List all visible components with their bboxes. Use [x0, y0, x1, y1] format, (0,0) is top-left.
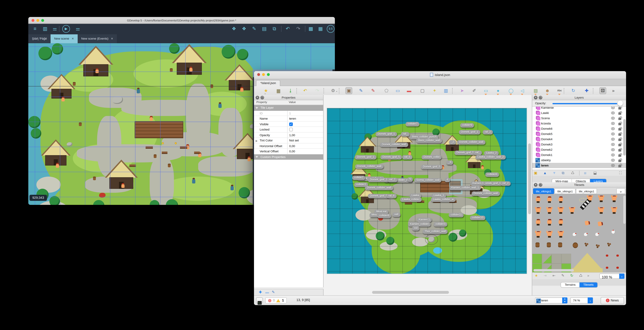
- export-file-icon[interactable]: ❖: [230, 25, 238, 32]
- visibility-eye-icon[interactable]: [611, 122, 615, 125]
- visibility-eye-icon[interactable]: [611, 159, 615, 162]
- terrain-brush-icon[interactable]: ✎: [358, 87, 364, 94]
- instances-list-icon[interactable]: ▤: [261, 25, 268, 32]
- edit-property-icon[interactable]: ✎: [272, 290, 275, 294]
- visibility-eye-icon[interactable]: [611, 106, 615, 109]
- unlocked-padlock-icon[interactable]: [618, 144, 621, 146]
- move-icon[interactable]: ✚: [583, 87, 590, 94]
- float-panel-icon[interactable]: ❐: [539, 96, 542, 99]
- property-value[interactable]: 0,00: [287, 143, 323, 148]
- layer-row-domek2[interactable]: Domek2: [532, 147, 626, 152]
- property-value[interactable]: 1,00: [287, 132, 323, 138]
- layer-row-domek5[interactable]: Domek5: [532, 131, 626, 137]
- new-tileset-icon[interactable]: ★: [535, 274, 538, 278]
- layer-row-teren[interactable]: teren: [532, 163, 626, 168]
- float-panel-icon[interactable]: ❐: [260, 96, 264, 99]
- map-horizontal-scrollbar[interactable]: [372, 291, 449, 294]
- viking-sprite[interactable]: [536, 196, 541, 203]
- scene-list-icon[interactable]: ▥: [42, 25, 48, 32]
- visibility-eye-icon[interactable]: [611, 154, 615, 156]
- unlocked-padlock-icon[interactable]: [618, 133, 621, 136]
- tileset-tab-2[interactable]: tile_vikings1: [576, 188, 597, 194]
- float-panel-icon[interactable]: ❐: [539, 183, 542, 187]
- visibility-eye-icon[interactable]: [611, 111, 615, 114]
- property-row-visible[interactable]: Visible✓: [254, 121, 323, 127]
- tileset-grid[interactable]: [532, 194, 626, 272]
- console-button[interactable]: >_: [256, 298, 263, 304]
- tileset-zoom-combo[interactable]: 100 %⌄: [600, 274, 624, 279]
- unlocked-padlock-icon[interactable]: [618, 149, 621, 152]
- map-view[interactable]: collider7collider9Domek_graf_1raf_Bees_c…: [324, 95, 532, 295]
- visibility-eye-icon[interactable]: [611, 143, 615, 146]
- layer-row-scena[interactable]: Scena: [532, 116, 626, 121]
- viking-fallen-sprite[interactable]: [583, 220, 590, 226]
- news-button[interactable]: !News: [600, 297, 624, 304]
- terrain-tile[interactable]: [542, 254, 552, 264]
- tiled-titlebar[interactable]: island.json: [254, 71, 626, 79]
- tileset-vertical-scrollbar[interactable]: [623, 196, 626, 224]
- chevron-down-icon[interactable]: ⌄: [588, 298, 593, 304]
- property-value[interactable]: 0,00: [287, 149, 323, 154]
- tile-select-icon[interactable]: ▭: [394, 87, 401, 94]
- opacity-slider[interactable]: [552, 103, 617, 104]
- toggle-other-layers-icon[interactable]: ⛶: [619, 171, 622, 175]
- undo-icon[interactable]: ↶: [284, 25, 291, 32]
- delete-layer-icon[interactable]: ♺: [571, 171, 574, 175]
- map-vertical-scrollbar[interactable]: [528, 143, 531, 214]
- expand-icon[interactable]: [256, 140, 258, 142]
- opacity-slider-knob[interactable]: [618, 101, 623, 106]
- viking-sprite[interactable]: [612, 207, 617, 214]
- layer-row-domek1[interactable]: Domek1: [532, 152, 626, 158]
- open-icon[interactable]: ▆: [275, 87, 282, 94]
- tileset-horizontal-scrollbar[interactable]: [534, 269, 574, 272]
- terrain-tile[interactable]: [561, 254, 571, 264]
- layers-file-icon[interactable]: ⧉: [271, 25, 278, 32]
- checkbox-checked-icon[interactable]: ✓: [289, 122, 293, 126]
- chevron-down-icon[interactable]: ⌄: [619, 274, 624, 279]
- magic-wand-icon[interactable]: ✦: [431, 87, 438, 94]
- rect-select-icon[interactable]: ▢: [419, 87, 426, 94]
- roof-tile[interactable]: [573, 253, 602, 269]
- property-value[interactable]: Not set: [287, 138, 323, 143]
- property-value[interactable]: teren: [287, 116, 323, 121]
- property-row-name[interactable]: Nameteren: [254, 116, 323, 121]
- barrel-side-sprite[interactable]: [573, 243, 578, 248]
- checkbox-unchecked-icon[interactable]: [289, 128, 293, 131]
- diagnostics-badge[interactable]: ! 0 1: [265, 298, 287, 304]
- property-row-opacity[interactable]: Opacity1,00: [254, 132, 323, 138]
- chevron-down-icon[interactable]: ⌄: [264, 92, 266, 95]
- collapse-icon[interactable]: [256, 156, 258, 158]
- barrel-sprite[interactable]: [547, 243, 551, 247]
- insert-text-icon[interactable]: Abc: [556, 87, 563, 94]
- tileset-tab-overflow-chevron-icon[interactable]: ⌄: [616, 188, 625, 194]
- layer-row-kamienie[interactable]: Kamienie: [532, 106, 626, 110]
- terrain-tile[interactable]: [552, 254, 561, 264]
- insert-rectangle-icon[interactable]: ▭: [482, 87, 489, 94]
- document-tab[interactable]: *island.json: [256, 80, 280, 86]
- export-tileset-icon[interactable]: ⇤: [552, 274, 556, 278]
- viking-sprite[interactable]: [536, 207, 541, 214]
- viking-sprite[interactable]: [598, 196, 604, 202]
- stamp-brush-icon[interactable]: ▣: [346, 87, 352, 94]
- grid-eraser-icon[interactable]: ▩: [307, 25, 314, 32]
- crab-sprite[interactable]: [616, 255, 619, 257]
- tab-new-scene[interactable]: New scene✕: [50, 34, 78, 43]
- visibility-eye-icon[interactable]: [611, 117, 615, 120]
- insert-polygon-icon[interactable]: ◁: [519, 87, 526, 94]
- close-panel-icon[interactable]: ✕: [534, 183, 538, 187]
- select-objects-icon[interactable]: ➤: [459, 87, 466, 94]
- viking-sprite[interactable]: [570, 207, 575, 214]
- tileset-tab-0[interactable]: tile_vikings1: [533, 188, 554, 194]
- new-layer-icon[interactable]: ▣: [534, 171, 537, 175]
- property-value[interactable]: ✓: [287, 121, 323, 127]
- duplicate-layer-icon[interactable]: ⧉: [562, 171, 564, 175]
- visibility-eye-icon[interactable]: [611, 127, 615, 130]
- viking-sprite[interactable]: [536, 231, 541, 238]
- edit-tileset-icon[interactable]: ✎: [561, 274, 564, 278]
- debugger-settings-icon[interactable]: ⚌: [51, 25, 58, 32]
- redo-icon[interactable]: ↷: [314, 87, 321, 94]
- viking-sprite[interactable]: [558, 231, 564, 238]
- overflow-icon[interactable]: »: [610, 87, 617, 94]
- layer-row-krzesla[interactable]: krzesla: [532, 121, 626, 126]
- property-row-id[interactable]: ID1: [254, 111, 323, 116]
